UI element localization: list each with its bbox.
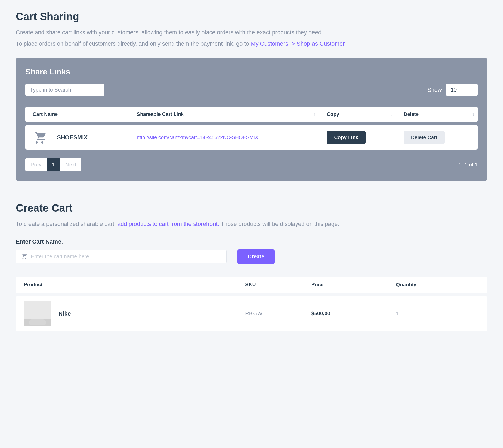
- col-product: Product: [16, 277, 237, 293]
- page-subtext-1: Create and share cart links with your cu…: [16, 28, 487, 37]
- col-delete[interactable]: Delete↑↓: [396, 107, 478, 122]
- col-sku: SKU: [237, 277, 303, 293]
- next-button[interactable]: Next: [60, 158, 81, 171]
- col-cart-name[interactable]: Cart Name↑↓: [25, 107, 129, 122]
- col-copy[interactable]: Copy↑↓: [319, 107, 396, 122]
- delete-cart-button[interactable]: Delete Cart: [404, 131, 445, 144]
- product-name: Nike: [59, 310, 71, 317]
- share-links-table: Cart Name↑↓ Shareable Cart Link↑↓ Copy↑↓…: [25, 103, 478, 153]
- add-products-link[interactable]: add products to cart from the storefront…: [117, 221, 219, 227]
- create-cart-title: Create Cart: [16, 202, 487, 214]
- product-row: Nike RB-5W $500,00 1: [16, 296, 487, 331]
- sort-icon: ↑↓: [123, 112, 125, 116]
- create-button[interactable]: Create: [237, 249, 275, 264]
- create-cart-subtext: To create a personalized sharable cart, …: [16, 219, 487, 228]
- page-1-button[interactable]: 1: [47, 158, 60, 171]
- cart-link-value[interactable]: http://site.com/cart/?mycart=14R45622NC-…: [137, 135, 258, 140]
- product-table: Product SKU Price Quantity Nike RB-5W $5…: [16, 273, 487, 335]
- table-row: SHOESMIX http://site.com/cart/?mycart=14…: [25, 125, 478, 150]
- page-subtext-2-prefix: To place orders on behalf of customers d…: [16, 40, 251, 47]
- page-info: 1 -1 of 1: [458, 162, 478, 168]
- product-qty: 1: [388, 296, 487, 331]
- page-subtext-2: To place orders on behalf of customers d…: [16, 39, 487, 48]
- cart-name-input[interactable]: [31, 254, 221, 260]
- cart-name-value: SHOESMIX: [57, 134, 88, 141]
- panel-title: Share Links: [25, 67, 478, 76]
- pagination: Prev 1 Next: [25, 158, 81, 171]
- show-count-input[interactable]: [446, 84, 478, 96]
- copy-link-button[interactable]: Copy Link: [327, 131, 366, 144]
- prev-button[interactable]: Prev: [25, 158, 47, 171]
- sort-icon: ↑↓: [390, 112, 392, 116]
- my-customers-link[interactable]: My Customers -> Shop as Customer: [251, 40, 345, 47]
- product-image: [24, 301, 51, 326]
- col-quantity: Quantity: [388, 277, 487, 293]
- search-input[interactable]: [25, 84, 104, 96]
- cart-name-label: Enter Cart Name:: [16, 238, 487, 245]
- show-label: Show: [427, 87, 442, 93]
- cart-name-input-wrapper: [16, 250, 227, 263]
- share-links-panel: Share Links Show Cart Name↑↓ Shareable C…: [16, 58, 487, 181]
- col-cart-link[interactable]: Shareable Cart Link↑↓: [129, 107, 320, 122]
- sort-icon: ↑↓: [313, 112, 315, 116]
- sort-icon: ↑↓: [472, 112, 473, 116]
- cart-icon: [33, 130, 46, 145]
- product-sku: RB-5W: [237, 296, 303, 331]
- product-price: $500,00: [303, 296, 388, 331]
- page-title: Cart Sharing: [16, 11, 487, 22]
- cart-icon: [21, 253, 27, 260]
- col-price: Price: [303, 277, 388, 293]
